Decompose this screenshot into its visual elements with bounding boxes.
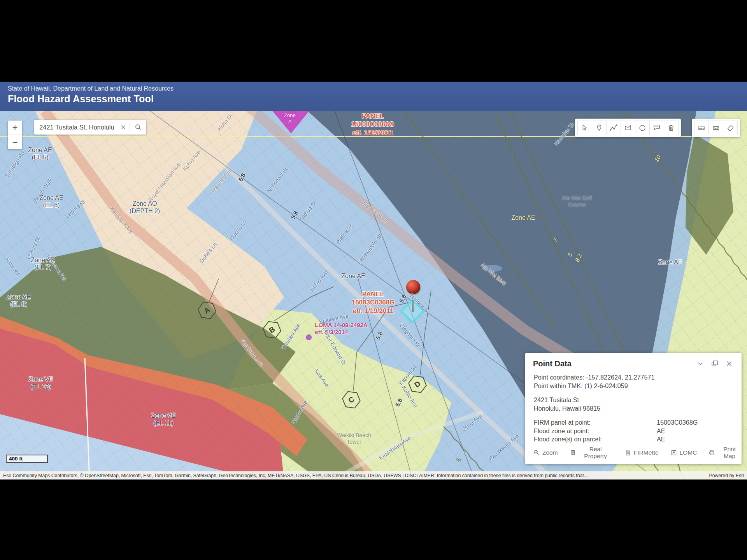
leader-line bbox=[274, 287, 334, 321]
point-data-panel: Point Data Point coordinates: -157.82262… bbox=[525, 353, 742, 464]
doc-check-icon bbox=[670, 449, 677, 456]
zoom-button[interactable]: Zoom bbox=[533, 449, 558, 456]
tool-measure-distance-button[interactable] bbox=[694, 121, 709, 135]
field-label: Flood zone(s) on parcel: bbox=[534, 435, 657, 444]
transect-marker-A: A bbox=[198, 302, 216, 319]
eraser-icon bbox=[726, 124, 735, 132]
attribution-sources: Esri Community Maps Contributors, © Open… bbox=[3, 473, 703, 478]
close-icon bbox=[120, 124, 127, 131]
panel-close-button[interactable] bbox=[724, 359, 734, 368]
zoom-controls: + − bbox=[8, 121, 22, 149]
search-bar bbox=[34, 120, 146, 135]
powered-by-esri: Powered by Esri bbox=[703, 473, 744, 478]
measure-distance-icon bbox=[697, 124, 706, 132]
loma-point-marker[interactable] bbox=[306, 334, 312, 340]
tool-measure-area-button[interactable] bbox=[708, 121, 723, 135]
flood-fields: FIRM panel at point:15003C0368GFlood zon… bbox=[534, 418, 734, 444]
polyline-icon bbox=[609, 124, 618, 132]
action-label: Real Property bbox=[578, 446, 612, 460]
field-value: 15003C0368G bbox=[657, 418, 698, 427]
flood-field-row: Flood zone(s) on parcel:AE bbox=[534, 435, 734, 444]
printer-icon bbox=[708, 449, 715, 456]
close-icon bbox=[725, 359, 733, 368]
measure-tool-group bbox=[692, 119, 740, 137]
action-label: LOMC bbox=[680, 449, 697, 456]
transect-marker-C: C bbox=[342, 392, 360, 408]
action-label: FIRMette bbox=[634, 449, 659, 456]
address-line-1: 2421 Tusitala St bbox=[534, 396, 734, 404]
flood-field-row: FIRM panel at point:15003C0368G bbox=[534, 418, 734, 427]
search-icon bbox=[134, 123, 142, 131]
road-band bbox=[45, 111, 374, 480]
measure-area-icon bbox=[712, 124, 720, 132]
tool-polyline-button[interactable] bbox=[606, 121, 621, 135]
field-label: FIRM panel at point: bbox=[534, 418, 657, 427]
zoom-in-button[interactable]: + bbox=[8, 121, 22, 135]
field-value: AE bbox=[657, 427, 665, 436]
panel-title: Point Data bbox=[533, 359, 696, 368]
scale-bar-label: 400 ft bbox=[9, 456, 23, 462]
field-label: Flood zone at point: bbox=[534, 427, 657, 436]
location-pin-stick bbox=[412, 292, 414, 312]
tool-trash-button[interactable] bbox=[664, 121, 679, 135]
page-title: Flood Hazard Assessment Tool bbox=[8, 93, 747, 105]
search-button[interactable] bbox=[130, 120, 146, 134]
tool-select-button[interactable] bbox=[577, 121, 592, 135]
transect-marker-B: B bbox=[263, 322, 281, 338]
print-map-button[interactable]: Print Map bbox=[708, 446, 742, 460]
tool-eraser-button[interactable] bbox=[723, 121, 738, 135]
draw-tool-group bbox=[575, 119, 681, 137]
zone-divider-path bbox=[85, 358, 89, 480]
search-clear-button[interactable] bbox=[117, 120, 130, 134]
field-value: AE bbox=[657, 435, 665, 444]
real-property-button[interactable]: Real Property bbox=[570, 446, 613, 460]
tool-point-button[interactable] bbox=[592, 121, 607, 135]
callout-icon bbox=[652, 124, 661, 132]
tool-circle-button[interactable] bbox=[635, 121, 650, 135]
document-icon bbox=[624, 449, 631, 456]
copy-icon bbox=[710, 359, 719, 368]
select-icon bbox=[580, 124, 589, 132]
location-pin[interactable] bbox=[406, 280, 420, 294]
flood-field-row: Flood zone at point:AE bbox=[534, 427, 734, 436]
road-band bbox=[167, 111, 552, 480]
point-tmk: Point within TMK: (1) 2-6-024:059 bbox=[534, 382, 734, 390]
zoom-plus-icon bbox=[533, 449, 540, 456]
lomc-button[interactable]: LOMC bbox=[670, 449, 697, 456]
address-line-2: Honolulu, Hawaii 96815 bbox=[534, 404, 734, 413]
transect-marker-D: D bbox=[409, 376, 426, 393]
action-label: Print Map bbox=[717, 446, 742, 460]
circle-icon bbox=[638, 124, 647, 132]
panel-collapse-button[interactable] bbox=[696, 359, 705, 368]
agency-name: State of Hawaii, Department of Land and … bbox=[8, 85, 747, 92]
trash-icon bbox=[667, 124, 675, 132]
app-window: State of Hawaii, Department of Land and … bbox=[0, 0, 747, 560]
map-canvas[interactable]: ABCD Zone AE (EL 5)Zone AE (EL 6)Zone AO… bbox=[0, 111, 747, 480]
panel-dock-button[interactable] bbox=[710, 359, 719, 368]
building-icon bbox=[570, 449, 576, 456]
firmette-button[interactable]: FIRMette bbox=[624, 449, 659, 456]
tool-callout-button[interactable] bbox=[649, 121, 664, 135]
search-input[interactable] bbox=[34, 124, 117, 131]
action-label: Zoom bbox=[542, 449, 558, 456]
scale-bar: 400 ft bbox=[6, 455, 48, 463]
point-icon bbox=[595, 124, 603, 132]
tool-polygon-button[interactable] bbox=[621, 121, 635, 135]
panel-actions: ZoomReal PropertyFIRMetteLOMCPrint Map bbox=[533, 446, 742, 460]
app-header: State of Hawaii, Department of Land and … bbox=[0, 82, 747, 111]
golf-pond bbox=[482, 265, 502, 272]
zoom-out-button[interactable]: − bbox=[8, 135, 22, 149]
attribution-bar: Esri Community Maps Contributors, © Open… bbox=[0, 471, 747, 480]
point-coordinates: Point coordinates: -157.822624, 21.27757… bbox=[534, 373, 734, 382]
chevron-down-icon bbox=[696, 359, 705, 368]
polygon-icon bbox=[624, 124, 632, 132]
